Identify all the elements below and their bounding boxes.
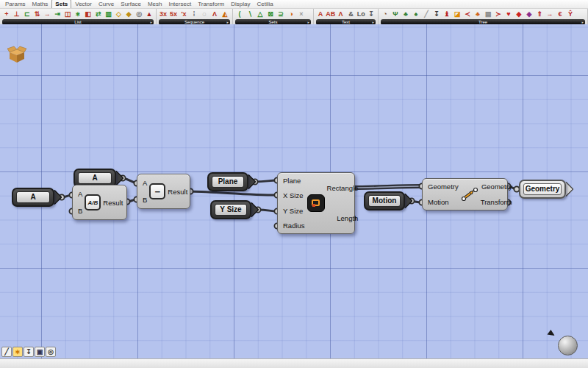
toolbar-icon[interactable]: ′x: [179, 9, 189, 19]
toolbar-icon[interactable]: ◔: [380, 9, 390, 19]
toolbar-icon[interactable]: &: [345, 9, 356, 19]
input-geometry[interactable]: Geometry: [428, 183, 459, 191]
toolbar-icon[interactable]: ↧: [366, 9, 376, 19]
param-plane[interactable]: Plane: [207, 172, 248, 191]
toolbar-icon[interactable]: ⁞: [189, 9, 199, 19]
menu-tab[interactable]: Mesh: [145, 0, 165, 8]
save-state-button[interactable]: ▣: [35, 347, 45, 357]
toolbar-icon[interactable]: 3x: [158, 9, 168, 19]
toolbar-icon[interactable]: Λ: [209, 9, 220, 19]
toolbar-icon[interactable]: ♣: [401, 9, 411, 19]
toolbar-icon[interactable]: ⇥: [52, 9, 62, 19]
menu-tab[interactable]: Params: [2, 0, 29, 8]
subtraction-component[interactable]: A B − Result: [137, 174, 190, 209]
toolbar-icon[interactable]: €: [555, 9, 565, 19]
output-result[interactable]: Result: [103, 199, 123, 207]
toolbar-icon[interactable]: ♠: [411, 9, 421, 19]
toolbar-icon[interactable]: AB: [326, 9, 336, 19]
toolbar-icon[interactable]: Lo: [356, 9, 366, 19]
toolbar-icon[interactable]: ▤: [483, 9, 493, 19]
param-ysize[interactable]: Y Size: [210, 200, 251, 219]
toolbar-icon[interactable]: ◭: [220, 9, 230, 19]
toolbar-icon[interactable]: ⊇: [276, 9, 286, 19]
rectangle-component[interactable]: Plane X Size Y Size Radius Rectangle Len…: [277, 172, 355, 234]
toolbar-icon[interactable]: ╱: [421, 9, 431, 19]
toolbar-icon[interactable]: ⇑: [534, 9, 545, 19]
menu-tab[interactable]: Transform: [195, 0, 227, 8]
toolbar-icon[interactable]: ♥: [503, 9, 514, 19]
output-transform[interactable]: Transform: [481, 198, 512, 206]
output-result[interactable]: Result: [168, 188, 187, 196]
param-label: Y Size: [215, 204, 247, 216]
status-bar: [0, 358, 588, 368]
output-length[interactable]: Length: [327, 214, 359, 222]
toolbar-icon[interactable]: Ψ: [390, 9, 401, 19]
menu-tab[interactable]: Surface: [118, 0, 144, 8]
toolbar-icon[interactable]: ▥: [104, 9, 114, 19]
toolbar-icon[interactable]: →: [42, 9, 52, 19]
output-geometry[interactable]: Geometry: [481, 183, 512, 191]
navigation-ball[interactable]: [558, 336, 578, 355]
download-button[interactable]: ↧: [24, 347, 34, 357]
input-xsize[interactable]: X Size: [283, 191, 305, 199]
toolbar-icon[interactable]: ∖: [245, 9, 255, 19]
toolbar-icon[interactable]: ↧: [431, 9, 442, 19]
toolbar-icon[interactable]: Ŷ: [565, 9, 576, 19]
toolbar-icon[interactable]: ◈: [524, 9, 534, 19]
toolbar-icon[interactable]: ∗: [73, 9, 83, 19]
toolbar-icon[interactable]: ⊏: [22, 9, 32, 19]
menu-tab[interactable]: Curve: [96, 0, 117, 8]
param-label: Motion: [368, 195, 401, 207]
toolbar-icon[interactable]: →: [545, 9, 555, 19]
toolbar-icon[interactable]: A: [315, 9, 326, 19]
param-geometry[interactable]: Geometry: [519, 180, 566, 199]
input-ysize[interactable]: Y Size: [283, 207, 305, 215]
toolbar-icon[interactable]: ♣: [473, 9, 483, 19]
menu-tab[interactable]: Cetilia: [254, 0, 276, 8]
magic-wand-button[interactable]: ∗: [12, 347, 23, 357]
output-rectangle[interactable]: Rectangle: [327, 184, 359, 192]
settings-gear-button[interactable]: ◎: [46, 347, 56, 357]
toolbar-icon[interactable]: ◎: [134, 9, 144, 19]
toolbar-icon[interactable]: ◇: [113, 9, 123, 19]
menu-tab[interactable]: Vector: [72, 0, 95, 8]
toolbar-icon[interactable]: Λ: [336, 9, 346, 19]
grasshopper-window: ParamsMathsSetsVectorCurveSurfaceMeshInt…: [0, 0, 588, 368]
toolbar-icon[interactable]: ⇅: [32, 9, 43, 19]
move-component[interactable]: Geometry Motion Geometry Transform: [422, 178, 508, 210]
menu-tab[interactable]: Intersect: [165, 0, 194, 8]
input-motion[interactable]: Motion: [428, 198, 459, 206]
canvas-corner-buttons: ╱ ∗ ↧ ▣ ◎: [1, 347, 56, 357]
toolbar-icon[interactable]: ≻: [493, 9, 503, 19]
toolbar-icon[interactable]: ×: [296, 9, 306, 19]
menu-tab[interactable]: Sets: [51, 0, 71, 8]
input-plane[interactable]: Plane: [283, 177, 305, 185]
toolbar-icon[interactable]: 5x: [168, 9, 179, 19]
division-component[interactable]: A B A/B Result: [72, 185, 127, 220]
toolbar-icon[interactable]: ≺: [462, 9, 473, 19]
toolbar-icon[interactable]: ♝: [442, 9, 452, 19]
toolbar-icon[interactable]: ◫: [62, 9, 73, 19]
sketch-tool-button[interactable]: ╱: [1, 347, 12, 357]
toolbar-icons: (∖△⊠⊇◑×: [234, 9, 312, 19]
toolbar-icon[interactable]: ⊥: [12, 9, 22, 19]
toolbar-icon[interactable]: ◆: [514, 9, 524, 19]
toolbar-icon[interactable]: ◑: [286, 9, 296, 19]
open-box-icon[interactable]: [7, 46, 26, 63]
toolbar-icon[interactable]: ⇄: [93, 9, 104, 19]
toolbar-icon[interactable]: ◌: [199, 9, 209, 19]
param-a1[interactable]: A: [12, 188, 54, 207]
toolbar-icon[interactable]: ◪: [452, 9, 462, 19]
toolbar-icon[interactable]: ◧: [83, 9, 93, 19]
toolbar-icon[interactable]: +: [1, 9, 12, 19]
param-motion[interactable]: Motion: [364, 191, 405, 210]
input-radius[interactable]: Radius: [283, 222, 305, 230]
toolbar-icon[interactable]: ◆: [123, 9, 134, 19]
menu-tab[interactable]: Maths: [29, 0, 51, 8]
toolbar-icon[interactable]: △: [255, 9, 265, 19]
toolbar-icon[interactable]: (: [234, 9, 245, 19]
toolbar-icon[interactable]: ▲: [144, 9, 154, 19]
toolbar-icon[interactable]: ⊠: [265, 9, 276, 19]
param-label: A: [78, 172, 112, 184]
menu-tab[interactable]: Display: [228, 0, 253, 8]
